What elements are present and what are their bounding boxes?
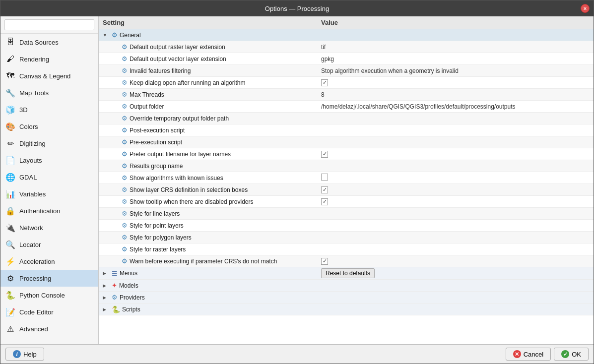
checkbox-checked-14[interactable]: ✓: [321, 198, 328, 205]
row-setting-17: ⚙ Style for polygon layers: [99, 233, 317, 242]
checkbox-checked-19[interactable]: ✓: [321, 258, 328, 265]
row-value-2: gpkg: [317, 55, 594, 63]
row-setting-11: ⚙ Results group name: [99, 161, 317, 171]
table-row-8: ⚙ Post-execution script: [99, 124, 594, 136]
table-row-21[interactable]: ▶ ✦ Models: [99, 280, 594, 292]
row-icon-22: ⚙: [112, 294, 118, 301]
sidebar-icon-3d: 🧊: [5, 105, 15, 115]
sidebar-icon-processing: ⚙: [5, 273, 15, 283]
sidebar-item-canvas-legend[interactable]: 🗺 Canvas & Legend: [0, 67, 98, 84]
row-setting-text-13: Show layer CRS definition in selection b…: [130, 186, 248, 193]
sidebar-item-gdal[interactable]: 🌐 GDAL: [0, 169, 98, 185]
sidebar-item-variables[interactable]: 📊 Variables: [0, 185, 98, 202]
row-value-20: Reset to defaults: [317, 267, 594, 279]
row-icon-17: ⚙: [122, 234, 128, 241]
sidebar-item-layouts[interactable]: 📄 Layouts: [0, 152, 98, 169]
row-value-10: ✓: [317, 149, 594, 159]
sidebar-item-data-sources[interactable]: 🗄 Data Sources: [0, 34, 98, 51]
sidebar-nav: 🗄 Data Sources 🖌 Rendering 🗺 Canvas & Le…: [0, 34, 98, 337]
options-window: Options — Processing × 🗄 Data Sources 🖌 …: [0, 0, 594, 364]
sidebar-item-digitizing[interactable]: ✏ Digitizing: [0, 135, 98, 152]
ok-button[interactable]: ✓ OK: [554, 348, 589, 361]
checkbox-checked-10[interactable]: ✓: [321, 151, 328, 158]
sidebar-label-python-console: Python Console: [19, 292, 65, 299]
sidebar-item-3d[interactable]: 🧊 3D: [0, 101, 98, 118]
row-setting-text-12: Show algorithms with known issues: [130, 175, 223, 182]
table-header: Setting Value: [99, 16, 594, 29]
cancel-button[interactable]: ✕ Cancel: [506, 348, 551, 361]
row-value-5: 8: [317, 90, 594, 99]
row-value-12: [317, 173, 594, 183]
close-button[interactable]: ×: [581, 4, 590, 13]
sidebar-item-colors[interactable]: 🎨 Colors: [0, 118, 98, 135]
row-icon-18: ⚙: [122, 245, 128, 253]
row-setting-text-0: General: [120, 32, 141, 39]
footer-left: i Help: [5, 348, 44, 361]
checkbox-checked-4[interactable]: ✓: [321, 79, 328, 86]
sidebar-label-processing: Processing: [19, 275, 51, 282]
row-value-23: [317, 308, 594, 310]
row-setting-12: ⚙ Show algorithms with known issues: [99, 173, 317, 182]
sidebar-item-code-editor[interactable]: 📝 Code Editor: [0, 303, 98, 320]
table-row-20[interactable]: ▶ ☰ Menus Reset to defaults: [99, 267, 594, 280]
row-value-21: [317, 285, 594, 287]
row-value-16: [317, 225, 594, 227]
row-arrow-21: ▶: [103, 283, 110, 288]
sidebar-label-data-sources: Data Sources: [19, 39, 59, 46]
table-row-4: ⚙ Keep dialog open after running an algo…: [99, 77, 594, 89]
table-row-19: ⚙ Warn before executing if parameter CRS…: [99, 255, 594, 267]
sidebar-item-map-tools[interactable]: 🔧 Map Tools: [0, 84, 98, 101]
sidebar-icon-rendering: 🖌: [5, 54, 15, 64]
row-setting-text-10: Prefer output filename for layer names: [130, 151, 231, 158]
row-icon-6: ⚙: [122, 103, 128, 110]
row-icon-7: ⚙: [122, 115, 128, 122]
table-row-12: ⚙ Show algorithms with known issues: [99, 172, 594, 184]
sidebar-item-rendering[interactable]: 🖌 Rendering: [0, 51, 98, 67]
row-value-22: [317, 297, 594, 299]
sidebar-label-locator: Locator: [19, 241, 41, 248]
sidebar-item-authentication[interactable]: 🔒 Authentication: [0, 202, 98, 219]
reset-defaults-button[interactable]: Reset to defaults: [321, 268, 375, 278]
table-row-17: ⚙ Style for polygon layers: [99, 232, 594, 243]
table-row-11: ⚙ Results group name: [99, 160, 594, 172]
sidebar-item-network[interactable]: 🔌 Network: [0, 219, 98, 236]
row-icon-2: ⚙: [122, 55, 128, 62]
search-input[interactable]: [4, 19, 94, 30]
checkbox-checked-13[interactable]: ✓: [321, 186, 328, 193]
row-value-13: ✓: [317, 185, 594, 194]
sidebar-icon-variables: 📊: [5, 189, 15, 199]
sidebar-icon-advanced: ⚠: [5, 324, 15, 334]
row-setting-20: ▶ ☰ Menus: [99, 269, 317, 278]
checkbox-unchecked-12[interactable]: [321, 174, 328, 181]
sidebar-label-network: Network: [19, 224, 43, 232]
row-setting-text-5: Max Threads: [130, 91, 164, 98]
row-setting-6: ⚙ Output folder: [99, 102, 317, 111]
sidebar-label-code-editor: Code Editor: [19, 308, 54, 316]
search-box[interactable]: [0, 16, 98, 34]
sidebar-item-processing[interactable]: ⚙ Processing: [0, 270, 98, 287]
row-icon-0: ⚙: [112, 31, 118, 39]
row-icon-20: ☰: [112, 270, 118, 277]
row-value-1: tif: [317, 43, 594, 52]
table-row-23[interactable]: ▶ 🐍 Scripts: [99, 303, 594, 315]
sidebar-item-acceleration[interactable]: ⚡ Acceleration: [0, 253, 98, 270]
row-value-0: [317, 34, 594, 36]
table-row-22[interactable]: ▶ ⚙ Providers: [99, 292, 594, 303]
row-setting-text-3: Invalid features filtering: [130, 67, 191, 74]
sidebar-item-python-console[interactable]: 🐍 Python Console: [0, 287, 98, 303]
row-setting-text-21: Models: [119, 282, 138, 289]
sidebar-icon-authentication: 🔒: [5, 206, 15, 216]
sidebar-item-advanced[interactable]: ⚠ Advanced: [0, 320, 98, 337]
help-button[interactable]: i Help: [5, 348, 44, 361]
help-icon: i: [13, 350, 21, 358]
sidebar-item-locator[interactable]: 🔍 Locator: [0, 236, 98, 253]
cancel-label: Cancel: [524, 351, 543, 358]
sidebar-icon-code-editor: 📝: [5, 307, 15, 317]
row-arrow-22: ▶: [103, 295, 110, 300]
row-setting-16: ⚙ Style for point layers: [99, 221, 317, 230]
table-row-18: ⚙ Style for raster layers: [99, 243, 594, 255]
row-value-8: [317, 129, 594, 131]
row-value-6: /home/delazj/.local/share/QGIS/QGIS3/pro…: [317, 102, 594, 111]
table-row-0[interactable]: ▼ ⚙ General: [99, 29, 594, 41]
sidebar-icon-python-console: 🐍: [5, 290, 15, 300]
